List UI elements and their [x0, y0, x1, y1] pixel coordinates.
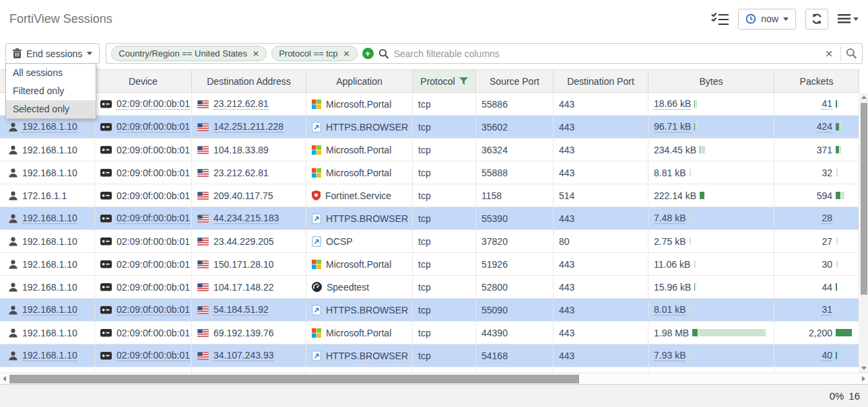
table-row[interactable]: 192.168.1.10 02:09:0f:00:0b:01 150.171.2… — [0, 253, 860, 276]
scroll-left-icon[interactable] — [3, 376, 6, 381]
table-row[interactable]: 192.168.1.10 02:09:0f:00:0b:01 104.18.33… — [0, 139, 860, 161]
remove-filter-icon[interactable]: ✕ — [253, 49, 259, 59]
device-mac[interactable]: 02:09:0f:00:0b:01 — [116, 168, 190, 178]
table-row[interactable]: 192.168.1.10 02:09:0f:00:0b:01 34.107.24… — [0, 344, 860, 367]
filter-search-box[interactable]: Country/Region == United States ✕ Protoc… — [106, 43, 863, 64]
column-header-protocol[interactable]: Protocol — [413, 69, 476, 93]
destination-address[interactable]: 44.234.215.183 — [213, 213, 279, 224]
table-row[interactable]: 172.16.1.1 02:09:0f:00:0b:01 209.40.117.… — [0, 184, 860, 207]
time-period-button[interactable]: now — [738, 9, 796, 30]
packets-value[interactable]: 32 — [822, 168, 832, 178]
search-input[interactable] — [394, 48, 818, 59]
packets-value[interactable]: 424 — [817, 121, 832, 133]
bytes-value[interactable]: 96.71 kB — [654, 121, 691, 133]
source-ip[interactable]: 192.168.1.10 — [22, 168, 77, 178]
vertical-scroll-thumb[interactable] — [861, 103, 867, 295]
packets-value[interactable]: 41 — [822, 98, 832, 110]
destination-address[interactable]: 142.251.211.228 — [213, 121, 283, 133]
table-row[interactable]: 192.168.1.10 02:09:0f:00:0b:01 23.44.229… — [0, 230, 860, 253]
destination-address[interactable]: 23.212.62.81 — [213, 168, 269, 178]
application-name[interactable]: Microsoft.Portal — [326, 328, 391, 338]
packets-value[interactable]: 594 — [817, 190, 832, 201]
application-name[interactable]: Fortinet.Service — [325, 190, 391, 201]
application-name[interactable]: Speedtest — [327, 282, 369, 293]
destination-address[interactable]: 209.40.117.75 — [213, 190, 273, 201]
bytes-value[interactable]: 7.48 kB — [654, 213, 686, 224]
source-ip[interactable]: 192.168.1.10 — [22, 350, 77, 361]
bytes-value[interactable]: 2.75 kB — [654, 236, 686, 247]
application-name[interactable]: Microsoft.Portal — [326, 168, 391, 178]
column-header-bytes[interactable]: Bytes — [648, 69, 774, 93]
application-name[interactable]: Microsoft.Portal — [326, 99, 391, 110]
column-header-device[interactable]: Device — [95, 69, 192, 93]
packets-value[interactable]: 44 — [822, 282, 832, 293]
column-header-source-port[interactable]: Source Port — [476, 69, 554, 93]
application-name[interactable]: OCSP — [326, 236, 353, 247]
application-name[interactable]: Microsoft.Portal — [326, 259, 391, 270]
scroll-down-icon[interactable] — [861, 367, 867, 370]
bytes-value[interactable]: 11.06 kB — [654, 259, 690, 270]
table-row[interactable]: 192.168.1.10 02:09:0f:00:0b:01 23.212.62… — [0, 161, 860, 184]
device-mac[interactable]: 02:09:0f:00:0b:01 — [116, 213, 190, 224]
bytes-value[interactable]: 1.98 MB — [654, 328, 689, 338]
device-mac[interactable]: 02:09:0f:00:0b:01 — [116, 259, 190, 270]
column-header-destination-address[interactable]: Destination Address — [192, 69, 306, 93]
filter-chip-protocol[interactable]: Protocol == tcp ✕ — [271, 46, 358, 61]
menu-item-selected-only[interactable]: Selected only — [6, 100, 96, 118]
source-ip[interactable]: 192.168.1.10 — [22, 145, 77, 155]
destination-address[interactable]: 150.171.28.10 — [213, 259, 274, 270]
application-name[interactable]: Microsoft.Portal — [326, 145, 391, 155]
application-name[interactable]: HTTPS.BROWSER — [326, 305, 408, 316]
application-name[interactable]: HTTPS.BROWSER — [326, 213, 408, 224]
device-mac[interactable]: 02:09:0f:00:0b:01 — [116, 350, 190, 361]
table-row[interactable]: 192.168.1.10 02:09:0f:00:0b:01 44.234.21… — [0, 207, 860, 230]
scroll-right-icon[interactable] — [862, 376, 865, 381]
horizontal-scroll-thumb[interactable] — [9, 375, 579, 383]
bytes-value[interactable]: 222.14 kB — [654, 190, 696, 201]
destination-address[interactable]: 23.212.62.81 — [213, 98, 269, 110]
source-ip[interactable]: 192.168.1.10 — [22, 236, 77, 247]
source-ip[interactable]: 192.168.1.10 — [22, 304, 77, 316]
table-row[interactable]: 192.168.1.10 02:09:0f:00:0b:01 142.251.2… — [0, 116, 860, 139]
table-row[interactable]: 192.168.1.10 02:09:0f:00:0b:01 69.192.13… — [0, 322, 860, 344]
submit-search-icon[interactable] — [846, 48, 857, 59]
device-mac[interactable]: 02:09:0f:00:0b:01 — [116, 282, 190, 293]
menu-button[interactable] — [838, 14, 859, 24]
bytes-value[interactable]: 18.66 kB — [654, 98, 691, 110]
device-mac[interactable]: 02:09:0f:00:0b:01 — [116, 328, 190, 338]
packets-value[interactable]: 371 — [817, 145, 832, 155]
application-name[interactable]: HTTPS.BROWSER — [326, 350, 408, 361]
vertical-scrollbar[interactable] — [860, 93, 868, 373]
device-mac[interactable]: 02:09:0f:00:0b:01 — [116, 121, 190, 133]
add-filter-icon[interactable]: + — [362, 48, 374, 59]
clear-search-icon[interactable]: ✕ — [822, 48, 836, 59]
column-header-packets[interactable]: Packets — [774, 69, 859, 93]
device-mac[interactable]: 02:09:0f:00:0b:01 — [116, 145, 190, 155]
table-row[interactable]: 192.168.1.10 02:09:0f:00:0b:01 104.17.14… — [0, 276, 860, 299]
packets-value[interactable]: 40 — [822, 350, 832, 361]
refresh-button[interactable] — [805, 9, 828, 30]
end-sessions-button[interactable]: End sessions — [5, 43, 100, 64]
destination-address[interactable]: 54.184.51.92 — [213, 304, 269, 316]
column-header-destination-port[interactable]: Destination Port — [554, 69, 648, 93]
menu-item-all-sessions[interactable]: All sessions — [6, 64, 96, 82]
destination-address[interactable]: 104.18.33.89 — [213, 145, 269, 155]
packets-value[interactable]: 27 — [822, 236, 832, 247]
checklist-icon[interactable] — [711, 12, 729, 26]
destination-address[interactable]: 34.107.243.93 — [213, 350, 274, 361]
device-mac[interactable]: 02:09:0f:00:0b:01 — [116, 236, 190, 247]
device-mac[interactable]: 02:09:0f:00:0b:01 — [116, 98, 190, 110]
packets-value[interactable]: 30 — [822, 259, 832, 270]
bytes-value[interactable]: 234.45 kB — [654, 145, 696, 155]
remove-filter-icon[interactable]: ✕ — [343, 49, 350, 59]
device-mac[interactable]: 02:09:0f:00:0b:01 — [116, 304, 190, 316]
packets-value[interactable]: 28 — [822, 213, 832, 224]
device-mac[interactable]: 02:09:0f:00:0b:01 — [116, 190, 190, 201]
table-row[interactable]: 02:09:0f:00:0b:01 23.212.62.81 Microsoft… — [0, 93, 860, 116]
source-ip[interactable]: 192.168.1.10 — [22, 213, 77, 224]
source-ip[interactable]: 192.168.1.10 — [22, 282, 77, 293]
destination-address[interactable]: 69.192.139.76 — [213, 328, 274, 338]
bytes-value[interactable]: 8.01 kB — [654, 304, 686, 316]
source-ip[interactable]: 172.16.1.1 — [22, 190, 67, 201]
table-row[interactable]: 192.168.1.10 02:09:0f:00:0b:01 54.184.51… — [0, 299, 860, 322]
